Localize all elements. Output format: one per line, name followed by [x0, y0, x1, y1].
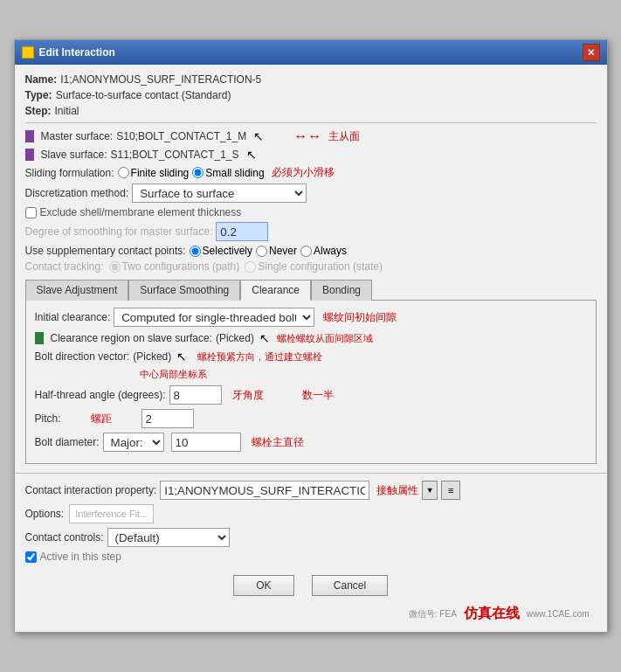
contact-property-row: Contact interaction property: 接触属性 ▼ ≡ — [25, 481, 597, 500]
bolt-diameter-type-select[interactable]: Major: — [103, 433, 164, 452]
sliding-row: Sliding formulation: Finite sliding Smal… — [25, 165, 597, 180]
step-value: Initial — [55, 105, 79, 117]
never-label: Never — [269, 245, 297, 257]
bolt-direction-row: Bolt direction vector: (Picked) ↖ 螺栓预紧方向… — [35, 350, 587, 364]
slave-surface-label: Slave surface: — [41, 149, 107, 161]
name-label: Name: — [25, 73, 58, 86]
always-option[interactable]: Always — [300, 245, 347, 257]
small-sliding-label: Small sliding — [205, 167, 264, 179]
ok-button[interactable]: OK — [233, 575, 294, 596]
two-config-label: Two configurations (path) — [122, 260, 240, 273]
tab-slave-adjustment[interactable]: Slave Adjustment — [25, 280, 129, 301]
tab-clearance[interactable]: Clearance — [240, 280, 311, 301]
half-thread-annotation1: 牙角度 — [232, 388, 264, 403]
master-surface-value: S10;BOLT_CONTACT_1_M — [116, 130, 246, 142]
clearance-region-cursor[interactable]: ↖ — [259, 331, 270, 345]
contact-property-dropdown[interactable]: ▼ — [422, 481, 438, 500]
contact-controls-row: Contact controls: (Default) — [25, 528, 597, 547]
bolt-diameter-annotation: 螺栓主直径 — [252, 435, 304, 450]
initial-clearance-row: Initial clearance: Computed for single-t… — [35, 308, 587, 327]
contact-property-label: Contact interaction property: — [25, 484, 157, 496]
slave-surface-row: Slave surface: S11;BOLT_CONTACT_1_S ↖ — [25, 148, 597, 162]
slave-surface-icon — [25, 149, 34, 161]
discretization-select[interactable]: Surface to surface Node to surface — [132, 184, 307, 203]
site-text: www.1CAE.com — [527, 609, 590, 619]
single-config-option: Single configuration (state) — [245, 260, 383, 273]
name-value: I1;ANONYMOUS_SURF_INTERACTION-5 — [60, 73, 261, 86]
pitch-row: Pitch: 螺距 — [35, 409, 587, 428]
master-cursor-icon[interactable]: ↖ — [253, 129, 264, 143]
single-config-label: Single configuration (state) — [258, 260, 383, 273]
selectively-option[interactable]: Selectively — [190, 245, 252, 257]
type-value: Surface-to-surface contact (Standard) — [56, 89, 231, 101]
supplementary-row: Use supplementary contact points: Select… — [25, 245, 597, 257]
contact-controls-select[interactable]: (Default) — [107, 528, 230, 547]
two-config-option: Two configurations (path) — [109, 260, 240, 273]
small-sliding-radio[interactable] — [192, 167, 204, 178]
sliding-label: Sliding formulation: — [25, 167, 114, 179]
contact-property-annotation: 接触属性 — [376, 483, 418, 498]
tab-surface-smoothing[interactable]: Surface Smoothing — [128, 280, 240, 301]
active-step-checkbox[interactable] — [25, 551, 37, 563]
small-sliding-option[interactable]: Small sliding — [192, 167, 264, 179]
close-button[interactable]: ✕ — [583, 44, 600, 61]
initial-clearance-annotation: 螺纹间初始间隙 — [323, 310, 397, 325]
initial-clearance-select[interactable]: Computed for single-threaded bolt — [114, 308, 314, 327]
bolt-diameter-input[interactable] — [171, 433, 241, 452]
wechat-text: 微信号: FEA — [409, 608, 457, 620]
finite-sliding-label: Finite sliding — [131, 167, 190, 179]
selectively-radio[interactable] — [190, 246, 201, 257]
tab-bonding[interactable]: Bonding — [311, 280, 372, 301]
bolt-direction-annotation1: 螺栓预紧方向，通过建立螺栓 — [197, 350, 322, 364]
single-config-radio — [245, 261, 256, 273]
bolt-direction-annotation2: 中心局部坐标系 — [140, 368, 207, 381]
clearance-region-value: (Picked) — [216, 332, 254, 344]
window-title: Edit Interaction — [39, 46, 115, 59]
smoothing-label: Degree of smoothing for master surface: — [25, 225, 213, 238]
smoothing-row: Degree of smoothing for master surface: — [25, 222, 597, 241]
tracking-label: Contact tracking: — [25, 260, 104, 273]
half-thread-input[interactable] — [169, 385, 222, 405]
master-slave-arrow: ↔↔ — [293, 128, 321, 144]
never-option[interactable]: Never — [256, 245, 297, 257]
exclude-checkbox[interactable] — [25, 207, 37, 218]
finite-sliding-radio[interactable] — [118, 167, 129, 178]
pitch-annotation: 螺距 — [91, 412, 112, 426]
never-radio[interactable] — [256, 246, 267, 257]
master-slave-annotation: 主从面 — [328, 129, 360, 144]
contact-property-edit[interactable]: ≡ — [441, 481, 460, 500]
title-bar: Edit Interaction ✕ — [15, 40, 607, 65]
bottom-section: Contact interaction property: 接触属性 ▼ ≡ O… — [15, 473, 607, 632]
always-radio[interactable] — [300, 246, 312, 257]
slave-cursor-icon[interactable]: ↖ — [246, 148, 257, 162]
step-row: Step: Initial — [25, 105, 597, 117]
interference-fit-button[interactable]: Interference Fit... — [69, 504, 154, 523]
always-label: Always — [314, 245, 347, 257]
supplementary-label: Use supplementary contact points: — [25, 245, 186, 257]
bolt-direction-label: Bolt direction vector: — [35, 350, 130, 363]
pitch-input[interactable] — [141, 409, 194, 428]
smoothing-input[interactable] — [216, 222, 268, 241]
exclude-checkbox-row: Exclude shell/membrane element thickness — [25, 206, 597, 218]
options-row: Options: Interference Fit... — [25, 504, 597, 523]
type-label: Type: — [25, 89, 52, 101]
watermark: 微信号: FEA 仿真在线 www.1CAE.com — [25, 603, 597, 625]
bolt-direction-annotation-row: 中心局部坐标系 — [35, 368, 587, 381]
bolt-diameter-row: Bolt diameter: Major: 螺栓主直径 — [35, 433, 587, 452]
two-config-radio — [109, 261, 121, 273]
clearance-region-row: Clearance region on slave surface: (Pick… — [35, 331, 587, 345]
clearance-region-label: Clearance region on slave surface: — [51, 332, 212, 344]
discretization-label: Discretization method: — [25, 187, 129, 199]
selectively-label: Selectively — [203, 245, 252, 257]
divider-1 — [25, 122, 597, 123]
discretization-row: Discretization method: Surface to surfac… — [25, 184, 597, 203]
finite-sliding-option[interactable]: Finite sliding — [118, 167, 190, 179]
bolt-direction-cursor[interactable]: ↖ — [176, 350, 187, 364]
half-thread-annotation2: 数一半 — [302, 388, 334, 403]
tabs-container: Slave Adjustment Surface Smoothing Clear… — [25, 280, 597, 301]
name-row: Name: I1;ANONYMOUS_SURF_INTERACTION-5 — [25, 73, 597, 86]
step-label: Step: — [25, 105, 52, 117]
cancel-button[interactable]: Cancel — [312, 575, 388, 596]
button-row: OK Cancel — [25, 566, 597, 603]
contact-property-input[interactable] — [160, 481, 369, 500]
